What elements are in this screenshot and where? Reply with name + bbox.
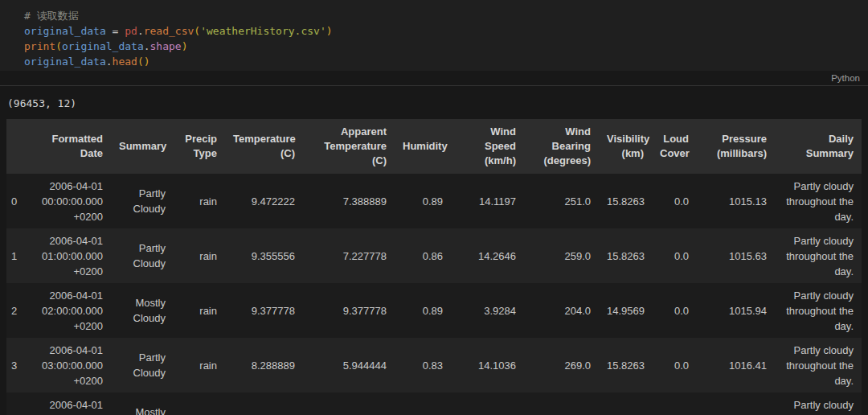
table-cell: Partly cloudy throughout the day. bbox=[775, 283, 862, 338]
table-cell: 2006-04-01 04:00:00.000 +0200 bbox=[26, 392, 111, 415]
table-cell: 5.944444 bbox=[303, 338, 395, 392]
code-token-comment: # 读取数据 bbox=[24, 10, 79, 22]
code-line: # 读取数据 bbox=[24, 8, 868, 23]
table-cell: 204.0 bbox=[524, 283, 599, 338]
table-cell: 2006-04-01 00:00:00.000 +0200 bbox=[26, 174, 111, 228]
column-header: Apparent Temperature (C) bbox=[303, 119, 395, 174]
table-cell: 15.8263 bbox=[599, 338, 652, 392]
row-index: 0 bbox=[6, 174, 26, 228]
code-token-variable: original_data bbox=[62, 40, 144, 52]
code-token-bracket: ) bbox=[182, 40, 188, 52]
table-cell: 0.0 bbox=[652, 338, 697, 392]
table-cell: 11.0446 bbox=[451, 392, 524, 415]
table-cell: 0.83 bbox=[395, 392, 451, 415]
code-token-bracket: ) bbox=[144, 55, 150, 68]
table-cell: 14.9569 bbox=[599, 283, 652, 338]
table-cell: rain bbox=[174, 392, 225, 415]
column-header: Loud Cover bbox=[652, 119, 697, 174]
table-cell: 7.388889 bbox=[303, 174, 395, 228]
code-token-operator: . bbox=[144, 40, 150, 52]
table-cell: 0.89 bbox=[395, 174, 451, 228]
column-header: Wind Bearing (degrees) bbox=[524, 119, 599, 174]
row-index: 1 bbox=[6, 228, 26, 283]
table-row: 22006-04-01 02:00:00.000 +0200Mostly Clo… bbox=[6, 283, 862, 338]
table-cell: 2006-04-01 03:00:00.000 +0200 bbox=[26, 338, 111, 392]
column-header: Wind Speed (km/h) bbox=[451, 119, 524, 174]
row-index: 3 bbox=[6, 338, 26, 392]
table-cell: Partly cloudy throughout the day. bbox=[775, 338, 862, 392]
code-token-operator: . bbox=[106, 55, 113, 68]
table-cell: 0.83 bbox=[395, 338, 451, 392]
table-cell: Partly Cloudy bbox=[111, 174, 174, 228]
table-cell: 14.2646 bbox=[451, 228, 524, 283]
table-cell: 15.8263 bbox=[599, 228, 652, 283]
table-cell: 1015.63 bbox=[697, 228, 775, 283]
table-cell: rain bbox=[174, 228, 225, 283]
table-row: 42006-04-01 04:00:00.000 +0200Mostly Clo… bbox=[6, 392, 862, 415]
code-line: original_data = pd.read_csv('weatherHist… bbox=[24, 23, 868, 39]
code-token-bracket: ( bbox=[55, 40, 62, 52]
code-token-bracket: ) bbox=[326, 25, 333, 37]
column-header: Visibility (km) bbox=[599, 119, 652, 174]
column-header: Summary bbox=[111, 119, 174, 174]
table-cell: 8.288889 bbox=[225, 338, 303, 392]
table-cell: 7.227778 bbox=[303, 228, 395, 283]
table-cell: 0.0 bbox=[652, 283, 697, 338]
shape-output-text: (96453, 12) bbox=[0, 86, 868, 119]
code-lines: # 读取数据original_data = pd.read_csv('weath… bbox=[24, 8, 868, 69]
table-cell: 15.8263 bbox=[599, 174, 652, 228]
code-line: original_data.head() bbox=[24, 54, 868, 69]
table-cell: Partly Cloudy bbox=[111, 228, 174, 283]
table-cell: 0.89 bbox=[395, 283, 451, 338]
table-cell: 0.0 bbox=[652, 174, 697, 228]
column-header: Pressure (millibars) bbox=[697, 119, 775, 174]
table-cell: rain bbox=[174, 174, 225, 228]
table-cell: 1015.94 bbox=[697, 283, 775, 338]
table-row: 12006-04-01 01:00:00.000 +0200Partly Clo… bbox=[6, 228, 862, 283]
column-header: Daily Summary bbox=[775, 119, 862, 174]
table-cell: Partly cloudy throughout the day. bbox=[775, 228, 862, 283]
index-column-header bbox=[6, 119, 26, 174]
column-header: Temperature (C) bbox=[225, 119, 303, 174]
table-row: 02006-04-01 00:00:00.000 +0200Partly Clo… bbox=[6, 174, 862, 228]
table-cell: 0.0 bbox=[652, 392, 697, 415]
language-label[interactable]: Python bbox=[831, 73, 860, 83]
code-token-bracket: ( bbox=[137, 55, 144, 68]
table-cell: 0.86 bbox=[395, 228, 451, 283]
table-cell: Mostly Cloudy bbox=[111, 392, 174, 415]
table-row: 32006-04-01 03:00:00.000 +0200Partly Clo… bbox=[6, 338, 862, 392]
code-token-module: pd bbox=[125, 25, 137, 37]
table-cell: Partly cloudy throughout the day. bbox=[775, 392, 862, 415]
table-cell: rain bbox=[174, 338, 225, 392]
table-cell: 9.472222 bbox=[225, 174, 303, 228]
table-cell: 9.377778 bbox=[225, 283, 303, 338]
code-token-bracket: ( bbox=[194, 25, 200, 37]
table-cell: Mostly Cloudy bbox=[111, 283, 174, 338]
code-token-operator: = bbox=[106, 25, 125, 37]
row-index: 4 bbox=[6, 392, 26, 415]
table-cell: 1015.13 bbox=[697, 174, 775, 228]
column-header: Precip Type bbox=[174, 119, 225, 174]
code-token-property: shape bbox=[150, 40, 182, 52]
dataframe-table: Formatted DateSummaryPrecip TypeTemperat… bbox=[6, 119, 862, 415]
table-cell: 6.977778 bbox=[303, 392, 395, 415]
code-token-string: 'weatherHistory.csv' bbox=[200, 25, 326, 37]
table-cell: 9.377778 bbox=[303, 283, 395, 338]
table-cell: 251.0 bbox=[524, 174, 599, 228]
code-token-variable: original_data bbox=[24, 55, 106, 68]
table-cell: 8.755556 bbox=[225, 392, 303, 415]
code-token-variable: original_data bbox=[24, 25, 106, 37]
table-cell: 0.0 bbox=[652, 228, 697, 283]
table-cell: 9.355556 bbox=[225, 228, 303, 283]
table-cell: 15.8263 bbox=[599, 392, 652, 415]
code-token-function: read_csv bbox=[144, 25, 194, 37]
table-cell: rain bbox=[174, 283, 225, 338]
table-cell: 2006-04-01 01:00:00.000 +0200 bbox=[26, 228, 111, 283]
code-cell-editor[interactable]: # 读取数据original_data = pd.read_csv('weath… bbox=[0, 0, 868, 71]
table-cell: Partly Cloudy bbox=[111, 338, 174, 392]
table-cell: 3.9284 bbox=[451, 283, 524, 338]
notebook: # 读取数据original_data = pd.read_csv('weath… bbox=[0, 0, 868, 415]
table-cell: Partly cloudy throughout the day. bbox=[775, 174, 862, 228]
table-cell: 269.0 bbox=[524, 338, 599, 392]
table-cell: 14.1197 bbox=[451, 174, 524, 228]
